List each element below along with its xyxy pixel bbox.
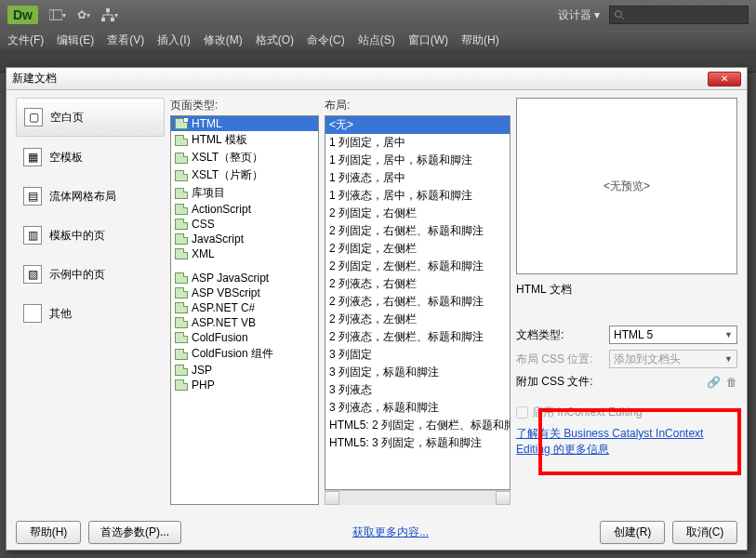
search-input[interactable] [609, 6, 749, 24]
page-type-item[interactable]: HTML [171, 116, 318, 131]
svg-point-5 [616, 11, 622, 18]
menu-item[interactable]: 格式(O) [256, 33, 294, 48]
layout-item[interactable]: 2 列液态，右侧栏、标题和脚注 [325, 293, 510, 311]
layout-item[interactable]: 1 列液态，居中，标题和脚注 [325, 187, 510, 205]
category-item[interactable]: 其他 [16, 295, 165, 332]
link-css-icon[interactable]: 🔗 [707, 376, 721, 389]
category-item[interactable]: ▧示例中的页 [16, 256, 165, 293]
menu-item[interactable]: 编辑(E) [57, 33, 94, 48]
file-icon [175, 272, 188, 284]
layout-item[interactable]: 3 列液态，标题和脚注 [325, 399, 510, 417]
page-types-list[interactable]: HTMLHTML 模板XSLT（整页）XSLT（片断）库项目ActionScri… [170, 115, 319, 505]
page-type-item[interactable]: ASP JavaScript [171, 271, 318, 286]
file-icon [175, 135, 188, 146]
trash-icon[interactable]: 🗑 [726, 376, 737, 389]
menu-item[interactable]: 查看(V) [107, 33, 144, 48]
file-icon [175, 233, 188, 245]
menu-item[interactable]: 帮助(H) [461, 33, 499, 48]
layout-item[interactable]: 2 列液态，左侧栏、标题和脚注 [325, 328, 510, 346]
svg-line-6 [621, 17, 624, 20]
create-button[interactable]: 创建(R) [600, 521, 665, 544]
category-column: ▢空白页▦空模板▤流体网格布局▥模板中的页▧示例中的页其他 [16, 98, 165, 505]
menu-item[interactable]: 窗口(W) [408, 33, 448, 48]
layout-list[interactable]: <无>1 列固定，居中1 列固定，居中，标题和脚注1 列液态，居中1 列液态，居… [325, 115, 511, 490]
menubar: 文件(F)编辑(E)查看(V)插入(I)修改(M)格式(O)命令(C)站点(S)… [0, 30, 756, 50]
layout-item[interactable]: 2 列液态，左侧栏 [325, 311, 510, 328]
more-content-link[interactable]: 获取更多内容... [352, 525, 429, 540]
page-type-item[interactable]: HTML 模板 [171, 131, 318, 149]
new-document-dialog: 新建文档 ✕ ▢空白页▦空模板▤流体网格布局▥模板中的页▧示例中的页其他 页面类… [6, 67, 748, 551]
layout-item[interactable]: 3 列固定 [325, 346, 510, 364]
close-button[interactable]: ✕ [708, 72, 741, 86]
layout-item[interactable]: 2 列固定，右侧栏、标题和脚注 [325, 222, 510, 240]
svg-rect-0 [49, 10, 62, 20]
layout-item[interactable]: 1 列固定，居中 [325, 134, 510, 152]
app-header: Dw ▾ ✿▾ ▾ 设计器 ▾ [0, 0, 756, 30]
layout-item[interactable]: 1 列固定，居中，标题和脚注 [325, 152, 510, 169]
layout-item[interactable]: 2 列固定，右侧栏 [325, 205, 510, 222]
layout-item[interactable]: 1 列液态，居中 [325, 169, 510, 187]
layout-item[interactable]: 3 列固定，标题和脚注 [325, 364, 510, 381]
layout-item[interactable]: 2 列固定，左侧栏 [325, 240, 510, 258]
layout-item[interactable]: HTML5: 3 列固定，标题和脚注 [325, 434, 510, 452]
attachcss-label: 附加 CSS 文件: [516, 374, 603, 390]
page-type-item[interactable]: ColdFusion 组件 [171, 345, 318, 363]
page-type-item[interactable]: XML [171, 246, 318, 261]
file-icon [175, 332, 188, 343]
page-type-item[interactable]: XSLT（片断） [171, 166, 318, 184]
category-item[interactable]: ▤流体网格布局 [16, 178, 165, 215]
category-icon [23, 304, 42, 323]
page-type-item[interactable]: ColdFusion [171, 330, 318, 345]
doctype-select[interactable]: HTML 5▼ [609, 326, 737, 344]
file-icon [175, 248, 188, 259]
layout-item[interactable]: HTML5: 2 列固定，右侧栏、标题和脚注 [325, 417, 510, 434]
ice-link[interactable]: 了解有关 Business Catalyst InContext Editing… [516, 426, 737, 458]
menu-item[interactable]: 修改(M) [204, 33, 243, 48]
menu-item[interactable]: 命令(C) [307, 33, 345, 48]
menu-item[interactable]: 站点(S) [358, 33, 395, 48]
menu-item[interactable]: 插入(I) [157, 33, 190, 48]
workspace-switcher[interactable]: 设计器 ▾ [558, 7, 600, 23]
doc-type-text: HTML 文档 [516, 282, 737, 298]
category-icon: ▢ [24, 108, 43, 126]
category-icon: ▤ [23, 187, 42, 206]
page-type-item[interactable]: XSLT（整页） [171, 149, 318, 166]
file-icon [175, 302, 188, 313]
category-item[interactable]: ▢空白页 [16, 98, 165, 137]
layout-item[interactable]: <无> [325, 116, 510, 134]
help-button[interactable]: 帮助(H) [16, 521, 81, 544]
svg-rect-3 [101, 18, 105, 21]
file-icon [175, 379, 188, 391]
category-item[interactable]: ▦空模板 [16, 139, 165, 176]
page-type-item[interactable]: 库项目 [171, 184, 318, 202]
category-icon: ▧ [23, 265, 42, 284]
page-type-item[interactable]: ASP.NET VB [171, 315, 318, 330]
layout-icon[interactable]: ▾ [49, 7, 66, 23]
page-type-item[interactable]: ASP.NET C# [171, 300, 318, 315]
file-icon [175, 349, 188, 360]
layout-item[interactable]: 3 列液态 [325, 381, 510, 399]
page-type-item[interactable]: ActionScript [171, 202, 318, 217]
right-panel: <无预览> HTML 文档 文档类型: HTML 5▼ 布局 CSS 位置: 添… [516, 98, 737, 505]
page-type-item[interactable]: ASP VBScript [171, 286, 318, 300]
sitemap-icon[interactable]: ▾ [101, 7, 118, 23]
prefs-button[interactable]: 首选参数(P)... [88, 521, 181, 544]
menu-item[interactable]: 文件(F) [7, 33, 44, 48]
cancel-button[interactable]: 取消(C) [672, 521, 737, 544]
ice-label: 启用 InContext Editing [532, 405, 643, 420]
page-type-item[interactable]: PHP [171, 378, 318, 392]
page-type-item[interactable]: JSP [171, 363, 318, 378]
page-type-item[interactable]: CSS [171, 217, 318, 232]
file-icon [175, 153, 188, 164]
horizontal-scrollbar[interactable] [325, 490, 511, 505]
file-icon [175, 219, 188, 230]
layout-item[interactable]: 2 列固定，左侧栏、标题和脚注 [325, 258, 510, 275]
gear-icon[interactable]: ✿▾ [75, 7, 92, 23]
svg-rect-2 [106, 8, 110, 12]
layout-item[interactable]: 2 列液态，右侧栏 [325, 275, 510, 293]
doctype-label: 文档类型: [516, 327, 603, 343]
category-icon: ▦ [23, 148, 42, 166]
page-type-item[interactable]: JavaScript [171, 232, 318, 246]
file-icon [175, 118, 188, 129]
category-item[interactable]: ▥模板中的页 [16, 217, 165, 254]
